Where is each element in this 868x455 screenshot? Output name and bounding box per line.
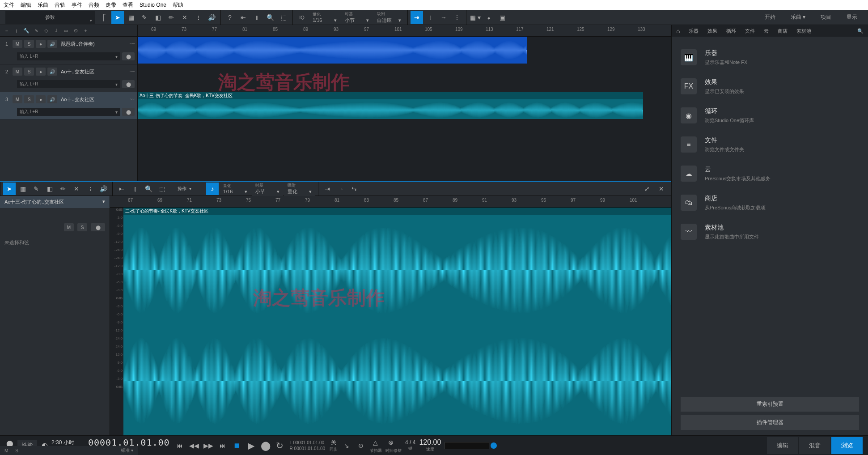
mute-button[interactable]: M [13, 68, 22, 76]
menu-edit[interactable]: 编辑 [21, 1, 31, 9]
mix-view-tab[interactable]: 混音 [799, 437, 830, 454]
editor-snap-dropdown[interactable]: 吸附 量化▾ [284, 182, 315, 196]
arranger-icon[interactable]: ▭ [62, 27, 70, 35]
pencil-tool[interactable]: ✎ [138, 11, 151, 24]
editor-waveform-area[interactable]: 6769717375777981838587899193959799101 三-… [110, 196, 671, 435]
editor-toggle[interactable]: ⬤ [91, 223, 105, 231]
menu-song[interactable]: 乐曲 [38, 1, 48, 9]
track-input-selector[interactable]: 输入 L+R▾ [17, 80, 120, 88]
paint-tool[interactable]: ✏ [165, 11, 178, 24]
browser-tab-cloud[interactable]: 云 [759, 25, 773, 37]
menu-file[interactable]: 文件 [4, 1, 14, 9]
editor-mute[interactable]: M [64, 223, 74, 231]
inspector-icon[interactable]: i [13, 27, 21, 35]
autopunch-icon[interactable]: ⊙ [356, 440, 366, 451]
record-arm-button[interactable]: ● [36, 95, 46, 103]
browser-tab-shop[interactable]: 商店 [773, 25, 792, 37]
editor-mute-tool[interactable]: ✕ [70, 183, 83, 195]
editor-skip-start-icon[interactable]: ⇤ [115, 183, 128, 195]
record-button[interactable]: ⬤ [260, 440, 271, 451]
editor-arrow-tool[interactable]: ➤ [3, 183, 16, 195]
track-name[interactable]: Ao十..交友社区 [59, 68, 128, 75]
editor-paint-tool[interactable]: ✏ [57, 183, 69, 195]
track-toggle[interactable]: ⬤ [122, 80, 135, 88]
grid-icon[interactable]: ⋮ [451, 11, 463, 24]
editor-zoom-icon[interactable]: 🔍 [142, 183, 155, 195]
mute-button[interactable]: M [13, 40, 22, 48]
editor-snap-toggle-icon[interactable]: → [334, 183, 347, 195]
browser-item[interactable]: 🎹 乐器 显示乐器和Note FX [681, 43, 859, 72]
editor-pencil-tool[interactable]: ✎ [30, 183, 42, 195]
ripple-icon[interactable]: ⫿ [424, 11, 436, 24]
project-tab[interactable]: 项目 [813, 11, 838, 24]
snap-dropdown[interactable]: 吸附 自适应▾ [373, 10, 405, 25]
show-tab[interactable]: 显示 [839, 11, 864, 24]
arrow-tool[interactable]: ➤ [111, 11, 124, 24]
range-tool[interactable]: ▦ [125, 11, 137, 24]
monitor-button[interactable]: 🔊 [47, 40, 57, 48]
skip-start-icon[interactable]: ⇤ [237, 11, 250, 24]
automation-icon[interactable]: ∿ [32, 27, 40, 35]
editor-timebase-dropdown[interactable]: 时基 小节▾ [252, 182, 283, 196]
menu-audio[interactable]: 音频 [89, 1, 99, 9]
preroll-icon[interactable]: ↘ [341, 440, 352, 451]
eraser-tool[interactable]: ◧ [152, 11, 164, 24]
timefix-icon[interactable]: ⊗ [385, 437, 396, 448]
help-icon[interactable]: ? [224, 11, 236, 24]
browser-tab-instruments[interactable]: 乐器 [684, 25, 703, 37]
track-toggle[interactable]: ⬤ [122, 52, 135, 60]
arrange-timeline[interactable]: 6973778185899397101105109113117121125129… [138, 25, 671, 181]
mute-tool[interactable]: ✕ [178, 11, 191, 24]
tracklist-icon[interactable]: ≡ [3, 27, 11, 35]
menu-transport[interactable]: 走带 [106, 1, 116, 9]
editor-solo[interactable]: S [77, 223, 87, 231]
forward-end-button[interactable]: ⏭ [217, 440, 228, 451]
timebase-dropdown[interactable]: 时基 小节▾ [341, 10, 373, 25]
monitor-button[interactable]: 🔊 [47, 95, 57, 103]
link-icon[interactable]: ⬚ [277, 11, 290, 24]
track-input-selector[interactable]: 输入 L+R▾ [17, 52, 120, 60]
browser-item[interactable]: FX 效果 显示已安装的效果 [681, 72, 859, 101]
editor-quantize-dropdown[interactable]: 量化 1/16▾ [220, 182, 251, 196]
metronome-icon[interactable]: △ [370, 437, 381, 448]
solo-button[interactable]: S [24, 40, 34, 48]
browser-item[interactable]: ◉ 循环 浏览Studio One循环库 [681, 101, 859, 130]
tempo-display[interactable]: 120.00 [419, 438, 441, 446]
track-name[interactable]: 琵琶语..音伴奏) [59, 41, 128, 47]
track-input-selector[interactable]: 输入 L+R▾ [17, 108, 120, 116]
video-icon[interactable]: ▣ [496, 11, 508, 24]
editor-listen-tool[interactable]: 🔊 [97, 183, 110, 195]
loop-markers[interactable]: L 00001.01.01.00 R 00001.01.01.00 [290, 440, 326, 451]
wrench-icon[interactable]: 🔧 [22, 27, 30, 35]
marker-icon[interactable]: ⬥ [483, 11, 495, 24]
editor-eraser-tool[interactable]: ◧ [43, 183, 56, 195]
track-row[interactable]: 3 M S ● 🔊 Ao十..交友社区 〰 输入 L+R▾ ⬤ [0, 92, 137, 120]
rewind-button[interactable]: ◀◀ [189, 440, 199, 451]
rewind-start-button[interactable]: ⏮ [174, 440, 185, 451]
track-name[interactable]: Ao十..交友社区 [59, 96, 128, 103]
browser-tab-effects[interactable]: 效果 [703, 25, 722, 37]
add-track-icon[interactable]: ＋ [81, 27, 89, 35]
menu-studioone[interactable]: Studio One [140, 2, 166, 8]
browser-tab-files[interactable]: 文件 [741, 25, 759, 37]
menu-view[interactable]: 查看 [123, 1, 133, 9]
edit-view-tab[interactable]: 编辑 [767, 437, 798, 454]
quantize-dropdown[interactable]: 量化 1/16▾ [309, 11, 340, 24]
editor-mode-icon[interactable]: ♪ [206, 183, 219, 195]
song-tab[interactable]: 乐曲 ▾ [783, 11, 813, 24]
browser-tab-pool[interactable]: 素材池 [792, 25, 816, 37]
timesig-display[interactable]: 4 / 4 [405, 439, 415, 446]
editor-clip[interactable]: 三-伤了心的节奏- 全民K歌，KTV交友社区 [123, 208, 671, 435]
chord-track-icon[interactable]: ⊙ [72, 27, 80, 35]
start-tab[interactable]: 开始 [758, 11, 783, 24]
marker-track-icon[interactable]: ◇ [42, 27, 50, 35]
tempo-track-icon[interactable]: ♩ [52, 27, 60, 35]
skip-icon[interactable]: ⫿ [250, 11, 263, 24]
solo-button[interactable]: S [24, 68, 34, 76]
expand-icon[interactable]: ⎡ [98, 11, 110, 24]
param-selector[interactable]: 参数 [5, 11, 95, 24]
menu-help[interactable]: 帮助 [173, 1, 183, 9]
browser-item[interactable]: ≡ 文件 浏览文件或文件夹 [681, 130, 859, 159]
track-row[interactable]: 2 M S ● 🔊 Ao十..交友社区 〰 输入 L+R▾ ⬤ [0, 64, 137, 92]
record-arm-button[interactable]: ● [36, 68, 46, 76]
